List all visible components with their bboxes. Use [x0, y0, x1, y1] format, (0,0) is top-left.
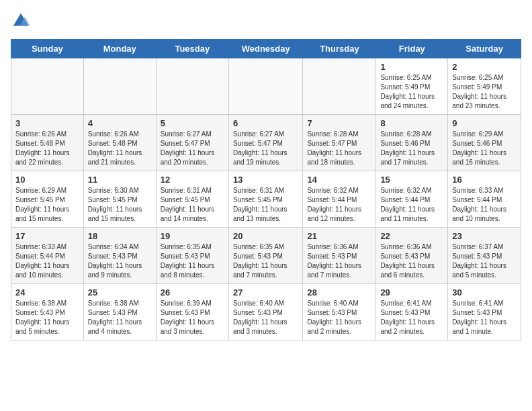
- calendar-cell: 17Sunrise: 6:33 AM Sunset: 5:44 PM Dayli…: [11, 228, 84, 284]
- calendar-cell: [156, 58, 228, 115]
- day-number: 20: [233, 231, 298, 241]
- day-number: 10: [15, 175, 79, 185]
- day-info: Sunrise: 6:33 AM Sunset: 5:44 PM Dayligh…: [15, 242, 79, 280]
- day-number: 4: [88, 118, 152, 128]
- day-number: 28: [307, 287, 371, 298]
- day-info: Sunrise: 6:29 AM Sunset: 5:45 PM Dayligh…: [15, 186, 79, 224]
- day-info: Sunrise: 6:36 AM Sunset: 5:43 PM Dayligh…: [307, 242, 371, 280]
- calendar-cell: 11Sunrise: 6:30 AM Sunset: 5:45 PM Dayli…: [83, 171, 156, 228]
- day-number: 17: [15, 231, 79, 241]
- calendar-week-row: 17Sunrise: 6:33 AM Sunset: 5:44 PM Dayli…: [11, 228, 521, 284]
- calendar-cell: 4Sunrise: 6:26 AM Sunset: 5:48 PM Daylig…: [83, 115, 156, 171]
- calendar-cell: 13Sunrise: 6:31 AM Sunset: 5:45 PM Dayli…: [228, 171, 302, 228]
- weekday-header: Saturday: [448, 40, 521, 58]
- calendar-cell: 12Sunrise: 6:31 AM Sunset: 5:45 PM Dayli…: [156, 171, 228, 228]
- calendar-cell: 9Sunrise: 6:29 AM Sunset: 5:46 PM Daylig…: [448, 115, 521, 171]
- day-number: 5: [161, 118, 224, 128]
- weekday-header-row: SundayMondayTuesdayWednesdayThursdayFrid…: [11, 40, 521, 58]
- day-info: Sunrise: 6:25 AM Sunset: 5:49 PM Dayligh…: [380, 73, 443, 111]
- day-number: 18: [88, 231, 152, 241]
- day-info: Sunrise: 6:31 AM Sunset: 5:45 PM Dayligh…: [161, 186, 224, 224]
- day-info: Sunrise: 6:40 AM Sunset: 5:43 PM Dayligh…: [307, 299, 371, 336]
- day-number: 30: [452, 287, 517, 298]
- day-info: Sunrise: 6:28 AM Sunset: 5:47 PM Dayligh…: [307, 130, 371, 167]
- calendar-cell: [11, 58, 84, 115]
- day-info: Sunrise: 6:27 AM Sunset: 5:47 PM Dayligh…: [161, 130, 224, 167]
- logo: [11, 11, 34, 31]
- day-number: 27: [233, 287, 298, 298]
- page-header: [11, 11, 521, 31]
- day-info: Sunrise: 6:29 AM Sunset: 5:46 PM Dayligh…: [452, 130, 517, 167]
- calendar-cell: 18Sunrise: 6:34 AM Sunset: 5:43 PM Dayli…: [83, 228, 156, 284]
- day-info: Sunrise: 6:40 AM Sunset: 5:43 PM Dayligh…: [233, 299, 298, 336]
- day-number: 2: [452, 62, 517, 72]
- day-number: 16: [452, 175, 517, 185]
- weekday-header: Thursday: [303, 40, 376, 58]
- day-number: 7: [307, 118, 371, 128]
- calendar-cell: 5Sunrise: 6:27 AM Sunset: 5:47 PM Daylig…: [156, 115, 228, 171]
- weekday-header: Tuesday: [156, 40, 228, 58]
- calendar-cell: 26Sunrise: 6:39 AM Sunset: 5:43 PM Dayli…: [156, 284, 228, 340]
- day-info: Sunrise: 6:35 AM Sunset: 5:43 PM Dayligh…: [233, 242, 298, 280]
- calendar-cell: [83, 58, 156, 115]
- calendar-cell: 3Sunrise: 6:26 AM Sunset: 5:48 PM Daylig…: [11, 115, 84, 171]
- day-number: 9: [452, 118, 517, 128]
- day-info: Sunrise: 6:35 AM Sunset: 5:43 PM Dayligh…: [161, 242, 224, 280]
- day-number: 11: [88, 175, 152, 185]
- calendar-cell: 24Sunrise: 6:38 AM Sunset: 5:43 PM Dayli…: [11, 284, 84, 340]
- day-info: Sunrise: 6:37 AM Sunset: 5:43 PM Dayligh…: [452, 242, 517, 280]
- weekday-header: Monday: [83, 40, 156, 58]
- day-info: Sunrise: 6:36 AM Sunset: 5:43 PM Dayligh…: [380, 242, 443, 280]
- calendar-cell: 8Sunrise: 6:28 AM Sunset: 5:46 PM Daylig…: [376, 115, 448, 171]
- calendar-cell: 27Sunrise: 6:40 AM Sunset: 5:43 PM Dayli…: [228, 284, 302, 340]
- day-info: Sunrise: 6:38 AM Sunset: 5:43 PM Dayligh…: [15, 299, 79, 336]
- calendar-cell: 28Sunrise: 6:40 AM Sunset: 5:43 PM Dayli…: [303, 284, 376, 340]
- calendar-cell: 29Sunrise: 6:41 AM Sunset: 5:43 PM Dayli…: [376, 284, 448, 340]
- calendar-cell: 21Sunrise: 6:36 AM Sunset: 5:43 PM Dayli…: [303, 228, 376, 284]
- calendar-cell: 16Sunrise: 6:33 AM Sunset: 5:44 PM Dayli…: [448, 171, 521, 228]
- calendar-cell: 15Sunrise: 6:32 AM Sunset: 5:44 PM Dayli…: [376, 171, 448, 228]
- day-number: 8: [380, 118, 443, 128]
- day-info: Sunrise: 6:41 AM Sunset: 5:43 PM Dayligh…: [452, 299, 517, 336]
- day-info: Sunrise: 6:32 AM Sunset: 5:44 PM Dayligh…: [307, 186, 371, 224]
- day-number: 14: [307, 175, 371, 185]
- weekday-header: Friday: [376, 40, 448, 58]
- calendar-cell: 20Sunrise: 6:35 AM Sunset: 5:43 PM Dayli…: [228, 228, 302, 284]
- day-info: Sunrise: 6:31 AM Sunset: 5:45 PM Dayligh…: [233, 186, 298, 224]
- day-number: 23: [452, 231, 517, 241]
- calendar-cell: 10Sunrise: 6:29 AM Sunset: 5:45 PM Dayli…: [11, 171, 84, 228]
- calendar-cell: 25Sunrise: 6:38 AM Sunset: 5:43 PM Dayli…: [83, 284, 156, 340]
- day-number: 26: [161, 287, 224, 298]
- day-info: Sunrise: 6:34 AM Sunset: 5:43 PM Dayligh…: [88, 242, 152, 280]
- weekday-header: Sunday: [11, 40, 84, 58]
- day-number: 25: [88, 287, 152, 298]
- day-info: Sunrise: 6:28 AM Sunset: 5:46 PM Dayligh…: [380, 130, 443, 167]
- day-info: Sunrise: 6:27 AM Sunset: 5:47 PM Dayligh…: [233, 130, 298, 167]
- calendar-week-row: 24Sunrise: 6:38 AM Sunset: 5:43 PM Dayli…: [11, 284, 521, 340]
- day-number: 21: [307, 231, 371, 241]
- day-number: 12: [161, 175, 224, 185]
- day-info: Sunrise: 6:38 AM Sunset: 5:43 PM Dayligh…: [88, 299, 152, 336]
- day-number: 6: [233, 118, 298, 128]
- calendar-cell: 19Sunrise: 6:35 AM Sunset: 5:43 PM Dayli…: [156, 228, 228, 284]
- calendar-cell: 23Sunrise: 6:37 AM Sunset: 5:43 PM Dayli…: [448, 228, 521, 284]
- calendar-week-row: 10Sunrise: 6:29 AM Sunset: 5:45 PM Dayli…: [11, 171, 521, 228]
- day-info: Sunrise: 6:41 AM Sunset: 5:43 PM Dayligh…: [380, 299, 443, 336]
- day-info: Sunrise: 6:30 AM Sunset: 5:45 PM Dayligh…: [88, 186, 152, 224]
- logo-icon: [11, 11, 31, 31]
- calendar-cell: 7Sunrise: 6:28 AM Sunset: 5:47 PM Daylig…: [303, 115, 376, 171]
- day-info: Sunrise: 6:25 AM Sunset: 5:49 PM Dayligh…: [452, 73, 517, 111]
- calendar-cell: 2Sunrise: 6:25 AM Sunset: 5:49 PM Daylig…: [448, 58, 521, 115]
- calendar-cell: [303, 58, 376, 115]
- calendar-cell: 14Sunrise: 6:32 AM Sunset: 5:44 PM Dayli…: [303, 171, 376, 228]
- calendar-week-row: 3Sunrise: 6:26 AM Sunset: 5:48 PM Daylig…: [11, 115, 521, 171]
- calendar-table: SundayMondayTuesdayWednesdayThursdayFrid…: [11, 39, 521, 340]
- calendar-cell: 1Sunrise: 6:25 AM Sunset: 5:49 PM Daylig…: [376, 58, 448, 115]
- calendar-cell: 22Sunrise: 6:36 AM Sunset: 5:43 PM Dayli…: [376, 228, 448, 284]
- day-info: Sunrise: 6:32 AM Sunset: 5:44 PM Dayligh…: [380, 186, 443, 224]
- day-number: 19: [161, 231, 224, 241]
- day-number: 3: [15, 118, 79, 128]
- calendar-cell: 30Sunrise: 6:41 AM Sunset: 5:43 PM Dayli…: [448, 284, 521, 340]
- day-info: Sunrise: 6:33 AM Sunset: 5:44 PM Dayligh…: [452, 186, 517, 224]
- day-info: Sunrise: 6:26 AM Sunset: 5:48 PM Dayligh…: [15, 130, 79, 167]
